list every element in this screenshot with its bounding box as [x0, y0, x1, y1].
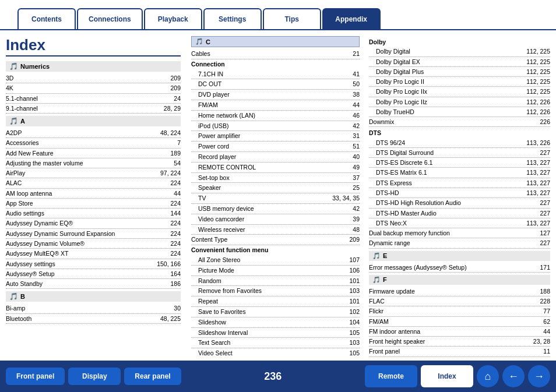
list-item: Power cord51 [191, 142, 360, 152]
list-item: Picture Mode106 [191, 266, 360, 276]
list-item: App Store224 [6, 199, 181, 209]
tab-contents[interactable]: Contents [17, 8, 76, 29]
home-button[interactable]: ⌂ [477, 365, 499, 387]
b-header: 🎵 B [6, 291, 181, 302]
tab-bar: Contents Connections Playback Settings T… [0, 0, 556, 30]
index-button[interactable]: Index [421, 365, 473, 387]
f-header: 🎵 F [369, 275, 550, 285]
list-item: Power amplifier31 [191, 131, 360, 142]
list-item: DTS-ES Matrix 6.1113, 227 [369, 168, 550, 178]
list-item: DTS-HD Master Audio227 [369, 209, 550, 218]
forward-arrow-icon: → [534, 370, 544, 383]
e-list: Error messages (Audyssey® Setup)171 [369, 263, 550, 273]
list-item: Content Type209 [191, 235, 360, 245]
list-item: Bi-amp30 [6, 303, 181, 313]
list-item: DC OUT50 [191, 79, 360, 90]
numerics-header: 🎵 Numerics [6, 61, 181, 72]
list-item: Audyssey® Setup164 [6, 269, 181, 279]
list-item: Audyssey Dynamic Volume®224 [6, 239, 181, 249]
rear-panel-button[interactable]: Rear panel [124, 368, 181, 385]
list-item: Accessories7 [6, 138, 181, 148]
b-list: Bi-amp30 Bluetooth48, 225 [6, 303, 181, 324]
list-item: Convenient function menu [191, 245, 360, 255]
list-item: Slideshow104 [191, 317, 360, 328]
list-item: AM loop antenna44 [6, 189, 181, 199]
remote-button[interactable]: Remote [365, 365, 417, 387]
list-item: Speaker25 [191, 183, 360, 193]
list-item: Dolby Pro Logic IIx112, 225 [369, 87, 550, 97]
list-item: FM/AM62 [369, 317, 550, 327]
note-icon-b: 🎵 [9, 292, 18, 301]
nav-buttons-right: Remote Index ⌂ ← → [365, 365, 550, 387]
list-item: DTS-HD High Resolution Audio227 [369, 198, 550, 208]
list-item: Audyssey Dynamic EQ®224 [6, 218, 181, 228]
left-column: Index 🎵 Numerics 3D 209 4K 209 5.1-chann… [6, 36, 186, 358]
list-item: Dolby [369, 36, 550, 47]
list-item: Random101 [191, 276, 360, 287]
list-item: All Zone Stereo107 [191, 255, 360, 266]
list-item: DTS [369, 127, 550, 137]
list-item: Downmix226 [369, 117, 550, 127]
list-item: Text Search103 [191, 338, 360, 348]
front-panel-button[interactable]: Front panel [6, 368, 65, 385]
list-item: Firmware update188 [369, 287, 550, 296]
bottom-bar: Front panel Display Rear panel 236 Remot… [0, 361, 556, 392]
list-item: iPod (USB)42 [191, 121, 360, 132]
list-item: Error messages (Audyssey® Setup)171 [369, 263, 550, 273]
list-item: TV33, 34, 35 [191, 193, 360, 204]
list-item: DTS-ES Discrete 6.1113, 227 [369, 158, 550, 168]
list-item: 5.1-channel 24 [6, 94, 181, 104]
list-item: ALAC224 [6, 178, 181, 188]
list-item: Audyssey Dynamic Surround Expansion224 [6, 229, 181, 239]
list-item: Dolby Pro Logic II112, 225 [369, 77, 550, 87]
list-item: Auto Standby186 [6, 279, 181, 289]
mid-column: 🎵 C Cables21 Connection 7.1CH IN41 DC OU… [186, 36, 364, 358]
page-title: Index [6, 36, 181, 56]
list-item: Set-top box37 [191, 173, 360, 183]
list-item: Dolby Digital Plus112, 225 [369, 67, 550, 77]
page-number: 236 [264, 370, 281, 383]
numerics-list: 3D 209 4K 209 5.1-channel 24 9.1-channel… [6, 73, 181, 114]
list-item: DVD player38 [191, 90, 360, 100]
list-item: Slideshow Interval105 [191, 328, 360, 338]
list-item: 4K 209 [6, 83, 181, 93]
list-item: DTS Express113, 227 [369, 178, 550, 188]
right-column: Dolby Dolby Digital112, 225 Dolby Digita… [364, 36, 550, 358]
list-item: Connection [191, 59, 360, 69]
tab-tips[interactable]: Tips [263, 8, 321, 29]
list-item: Remove from Favorites103 [191, 286, 360, 296]
list-item: Dual backup memory function127 [369, 228, 550, 238]
list-item: Wireless receiver48 [191, 225, 360, 235]
list-item: Home network (LAN)46 [191, 111, 360, 121]
list-item: 7.1CH IN41 [191, 69, 360, 80]
list-item: Add New Feature189 [6, 149, 181, 158]
note-icon-f: 🎵 [372, 276, 381, 284]
tab-appendix[interactable]: Appendix [322, 8, 381, 29]
list-item: Audyssey MultEQ® XT224 [6, 249, 181, 259]
list-item: Bluetooth48, 225 [6, 314, 181, 324]
back-button[interactable]: ← [502, 365, 525, 387]
forward-button[interactable]: → [528, 365, 550, 387]
list-item: Video Select105 [191, 348, 360, 358]
list-item: FM/AM44 [191, 100, 360, 111]
list-item: A2DP48, 224 [6, 128, 181, 138]
c-section-header: 🎵 C [191, 36, 360, 47]
list-item: DTS-HD113, 227 [369, 188, 550, 198]
dolby-list: Dolby Dolby Digital112, 225 Dolby Digita… [369, 36, 550, 249]
tab-settings[interactable]: Settings [203, 8, 262, 29]
display-button[interactable]: Display [68, 368, 121, 385]
list-item: Dolby Pro Logic IIz112, 226 [369, 97, 550, 107]
list-item: Dolby Digital112, 225 [369, 47, 550, 56]
list-item: Cables21 [191, 49, 360, 59]
list-item: DTS Digital Surround227 [369, 148, 550, 158]
list-item: Front panel11 [369, 347, 550, 356]
list-item: Adjusting the master volume54 [6, 158, 181, 168]
list-item: Record player40 [191, 152, 360, 163]
list-item: Audio settings144 [6, 209, 181, 218]
note-icon-e: 🎵 [372, 252, 381, 260]
tab-connections[interactable]: Connections [77, 8, 143, 29]
tab-playback[interactable]: Playback [144, 8, 202, 29]
list-item: Dolby Digital EX112, 225 [369, 57, 550, 67]
nav-buttons-left: Front panel Display Rear panel [6, 368, 181, 385]
home-icon: ⌂ [485, 370, 491, 383]
